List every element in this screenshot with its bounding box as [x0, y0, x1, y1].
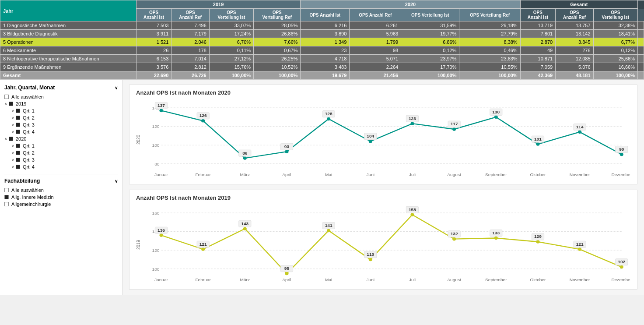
- th-ges-col1: OPSAnzahl Ref: [556, 9, 593, 21]
- row-cell: 18,41%: [593, 30, 637, 38]
- svg-text:86: 86: [242, 151, 248, 155]
- row-cell: 0,46%: [459, 46, 520, 55]
- expand-icon[interactable]: ∨: [11, 165, 14, 169]
- svg-text:Januar: Januar: [154, 173, 168, 177]
- row-cell: 3.483: [301, 63, 350, 71]
- row-pad: [638, 46, 644, 55]
- expand-icon[interactable]: ∨: [11, 109, 14, 113]
- expand-icon[interactable]: ∨: [11, 158, 14, 162]
- table-body: 1 Diagnostische Maßnahmen7.5037.49633,07…: [0, 21, 644, 80]
- th-gesamt: Gesamt: [520, 0, 637, 9]
- svg-text:November: November: [570, 173, 590, 177]
- row-cell: 13.757: [556, 21, 593, 30]
- row-pad: [638, 71, 644, 80]
- expand-icon[interactable]: ∨: [11, 123, 14, 127]
- svg-text:September: September: [485, 173, 507, 177]
- filter-item[interactable]: ∨Qrtl 3: [4, 156, 118, 163]
- chart-2019-container: Anzahl OPS Ist nach Monaten 2019 2019 10…: [129, 190, 637, 290]
- checkbox[interactable]: [4, 95, 9, 99]
- checkbox[interactable]: [9, 102, 13, 106]
- svg-text:September: September: [485, 278, 507, 283]
- svg-text:April: April: [282, 278, 291, 283]
- svg-text:Januar: Januar: [154, 278, 168, 283]
- svg-point-41: [620, 153, 623, 156]
- svg-text:November: November: [570, 278, 590, 283]
- filter-item[interactable]: Alle auswählen: [4, 93, 118, 100]
- row-pad: [638, 21, 644, 30]
- filter-item[interactable]: ∨Qrtl 1: [4, 142, 118, 149]
- svg-text:Februar: Februar: [195, 173, 211, 177]
- filter-item[interactable]: Allgemeinchirurgie: [4, 201, 118, 208]
- chart-2019-ylabel: 2019: [136, 205, 141, 285]
- row-cell: 5.076: [556, 63, 593, 71]
- svg-point-64: [159, 233, 163, 237]
- expand-icon[interactable]: ∨: [11, 151, 14, 155]
- row-label: 5 Operationen: [0, 38, 136, 46]
- expand-icon[interactable]: ∧: [4, 102, 7, 106]
- svg-point-94: [578, 247, 581, 251]
- row-cell: 6,70%: [209, 38, 253, 46]
- expand-icon[interactable]: ∧: [4, 137, 7, 141]
- th-2020-col1: OPS Anzahl Ref: [350, 9, 401, 21]
- filter-item[interactable]: ∨Qrtl 2: [4, 149, 118, 156]
- checkbox[interactable]: [9, 137, 13, 141]
- row-cell: 276: [556, 46, 593, 55]
- svg-point-79: [369, 258, 372, 261]
- row-cell: 13.719: [520, 21, 556, 30]
- filter-item[interactable]: ∨Qrtl 4: [4, 128, 118, 135]
- row-cell: 26,86%: [254, 30, 301, 38]
- filter-items-1: Alle auswählen∧2019∨Qrtl 1∨Qrtl 2∨Qrtl 3…: [4, 93, 118, 170]
- filter-item[interactable]: Allg. Innere Medizin: [4, 194, 118, 201]
- checkbox[interactable]: [4, 195, 9, 199]
- row-cell: 17,24%: [209, 30, 253, 38]
- filter-item[interactable]: ∨Qrtl 4: [4, 163, 118, 170]
- checkbox[interactable]: [16, 130, 20, 134]
- row-cell: 100,00%: [401, 71, 459, 80]
- checkbox[interactable]: [16, 158, 20, 162]
- row-label: 6 Medikamente: [0, 46, 136, 55]
- svg-text:117: 117: [451, 122, 458, 127]
- row-cell: 12.085: [556, 55, 593, 63]
- main-table: Jahr 2019 2020 Gesamt OPSAnzahl Ist OPSA…: [0, 0, 644, 80]
- row-cell: 6,86%: [401, 38, 459, 46]
- filter-item[interactable]: ∨Qrtl 3: [4, 121, 118, 128]
- chart-2020-container: Anzahl OPS Ist nach Monaten 2020 2020 80…: [129, 85, 637, 184]
- th-2019-col3: OPSVerteilung Ref: [254, 9, 301, 21]
- checkbox[interactable]: [4, 202, 9, 206]
- filter-2-chevron[interactable]: ∨: [115, 179, 118, 184]
- row-cell: 6,77%: [593, 38, 637, 46]
- row-cell: 1.799: [350, 38, 401, 46]
- svg-point-8: [159, 109, 163, 113]
- filter-item[interactable]: ∧2019: [4, 100, 118, 107]
- checkbox[interactable]: [16, 165, 20, 169]
- svg-text:März: März: [240, 173, 250, 177]
- expand-icon[interactable]: ∨: [11, 130, 14, 134]
- filter-item[interactable]: ∨Qrtl 1: [4, 107, 118, 114]
- svg-text:100: 100: [152, 143, 160, 148]
- checkbox[interactable]: [16, 116, 20, 120]
- filter-item[interactable]: ∧2020: [4, 135, 118, 142]
- checkbox[interactable]: [4, 188, 9, 192]
- svg-text:110: 110: [367, 252, 374, 257]
- svg-point-20: [327, 117, 330, 121]
- filter-label: 2020: [16, 136, 26, 141]
- row-pad: [638, 55, 644, 63]
- checkbox[interactable]: [16, 109, 20, 113]
- svg-text:132: 132: [451, 231, 458, 236]
- row-cell: 3.911: [136, 30, 172, 38]
- filter-item[interactable]: ∨Qrtl 2: [4, 114, 118, 121]
- row-pad: [638, 63, 644, 71]
- section-divider: [4, 174, 118, 174]
- checkbox[interactable]: [16, 144, 20, 148]
- checkbox[interactable]: [16, 123, 20, 127]
- expand-icon[interactable]: ∨: [11, 144, 14, 148]
- th-2020-col3: OPS Verteilung Ref: [459, 9, 520, 21]
- expand-icon[interactable]: ∨: [11, 116, 14, 120]
- checkbox[interactable]: [16, 151, 20, 155]
- filter-1-chevron[interactable]: ∨: [115, 85, 118, 90]
- table-row: 1 Diagnostische Maßnahmen7.5037.49633,07…: [0, 21, 644, 30]
- svg-point-32: [494, 115, 498, 119]
- filter-item[interactable]: Alle auswählen: [4, 187, 118, 194]
- table-row: Gesamt22.69026.726100,00%100,00%19.67921…: [0, 71, 644, 80]
- row-cell: 6.153: [136, 55, 172, 63]
